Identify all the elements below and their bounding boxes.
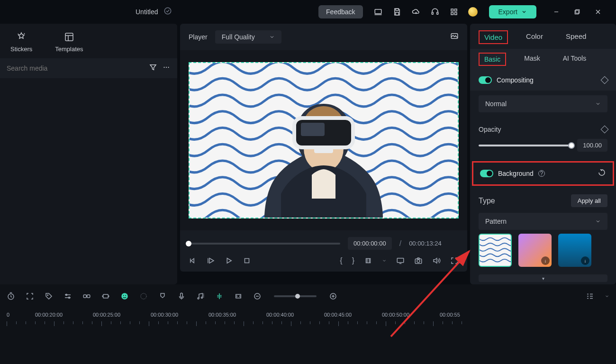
picture-icon[interactable] <box>450 32 459 42</box>
tag-icon[interactable] <box>45 292 53 300</box>
expand-patterns[interactable]: ▾ <box>479 274 607 282</box>
stop-icon[interactable] <box>243 256 251 265</box>
headset-icon[interactable] <box>430 7 440 17</box>
device-icon[interactable] <box>373 7 383 17</box>
coin-icon[interactable] <box>468 7 478 17</box>
blend-mode-value: Normal <box>485 100 507 108</box>
opacity-value[interactable]: 100.00 <box>577 139 607 152</box>
face-icon[interactable] <box>120 292 129 300</box>
svg-point-0 <box>165 8 172 14</box>
search-input[interactable] <box>7 64 144 72</box>
tab-speed[interactable]: Speed <box>561 30 591 44</box>
preview-frame[interactable] <box>189 62 459 218</box>
chevron-down-icon[interactable] <box>382 258 387 263</box>
clip-icon[interactable] <box>101 292 110 300</box>
maximize-button[interactable] <box>571 5 584 18</box>
opacity-slider[interactable] <box>479 145 571 146</box>
play-single-icon[interactable] <box>225 256 233 265</box>
apply-all-button[interactable]: Apply all <box>571 194 607 207</box>
blend-mode-select[interactable]: Normal <box>479 95 607 112</box>
pattern-gradient[interactable]: ↓ <box>518 234 552 267</box>
list-view-icon[interactable] <box>586 292 594 300</box>
tab-templates[interactable]: Templates <box>48 29 90 55</box>
opacity-keyframe-icon[interactable] <box>601 126 609 134</box>
export-label: Export <box>498 8 517 16</box>
fullscreen-icon[interactable] <box>450 256 459 265</box>
volume-icon[interactable] <box>432 256 441 265</box>
marker-icon[interactable] <box>158 292 167 300</box>
current-time: 00:00:00:00 <box>348 237 392 250</box>
svg-point-14 <box>166 67 167 68</box>
play-icon[interactable] <box>207 256 215 265</box>
inspector-panel: Video Color Speed Basic Mask AI Tools Co… <box>470 24 616 284</box>
apps-icon[interactable] <box>449 7 459 17</box>
subtab-aitools[interactable]: AI Tools <box>558 53 591 66</box>
progress-bar[interactable] <box>189 243 340 245</box>
dots-icon[interactable] <box>139 292 148 300</box>
type-select[interactable]: Pattern <box>479 213 607 230</box>
ruler-mark: 00:00:20:00 <box>35 312 63 318</box>
link-icon[interactable] <box>82 292 91 300</box>
keyframe-diamond-icon[interactable] <box>601 76 609 84</box>
quality-select[interactable]: Full Quality <box>215 30 281 44</box>
export-button[interactable]: Export <box>489 5 536 18</box>
svg-rect-4 <box>432 12 433 15</box>
svg-rect-8 <box>451 13 453 15</box>
mic-icon[interactable] <box>177 292 186 300</box>
preview-area[interactable] <box>180 50 467 230</box>
sliders-icon[interactable] <box>63 292 72 300</box>
ruler-mark: 00:00:25:00 <box>93 312 120 318</box>
svg-point-40 <box>198 298 199 299</box>
ruler-mark: 00:00:45:00 <box>324 312 352 318</box>
more-icon[interactable] <box>162 63 171 73</box>
player-controls: 00:00:00:00 / 00:00:13:24 { } <box>180 230 467 272</box>
player-panel: Player Full Quality <box>177 24 470 284</box>
feedback-button[interactable]: Feedback <box>318 5 362 18</box>
pattern-wave-blue[interactable]: ↓ <box>558 234 591 267</box>
brace-right-icon[interactable]: } <box>352 256 354 265</box>
display-icon[interactable] <box>396 256 405 265</box>
svg-rect-21 <box>301 123 325 136</box>
zoom-out-icon[interactable] <box>253 292 262 300</box>
prev-frame-icon[interactable] <box>189 256 197 265</box>
subtab-mask[interactable]: Mask <box>519 53 544 66</box>
minimize-button[interactable] <box>550 5 563 18</box>
svg-rect-22 <box>314 146 333 153</box>
svg-rect-3 <box>396 12 399 15</box>
zoom-in-icon[interactable] <box>329 292 337 300</box>
zoom-thumb[interactable] <box>295 294 300 299</box>
compositing-toggle[interactable] <box>479 76 492 84</box>
help-icon[interactable]: ? <box>538 170 545 177</box>
expand-icon[interactable] <box>234 292 243 300</box>
svg-rect-11 <box>575 10 579 14</box>
split-icon[interactable] <box>215 292 224 300</box>
opacity-slider-thumb[interactable] <box>568 142 575 149</box>
background-toggle[interactable] <box>480 170 493 177</box>
progress-thumb[interactable] <box>186 241 191 246</box>
focus-icon[interactable] <box>26 292 34 300</box>
tab-video[interactable]: Video <box>479 30 508 44</box>
svg-point-13 <box>163 67 164 68</box>
chevron-down-timeline-icon[interactable] <box>605 294 609 299</box>
close-button[interactable] <box>591 5 605 18</box>
cloud-icon[interactable] <box>411 7 421 17</box>
crop-icon[interactable] <box>364 256 372 265</box>
timer-icon[interactable] <box>7 292 15 300</box>
tab-stickers[interactable]: Stickers <box>4 29 39 55</box>
filter-icon[interactable] <box>149 63 157 73</box>
download-icon: ↓ <box>581 256 589 265</box>
music-icon[interactable] <box>196 292 205 300</box>
timeline-ruler[interactable]: 0 00:00:20:00 00:00:25:00 00:00:30:00 00… <box>7 312 609 331</box>
subtab-basic[interactable]: Basic <box>479 53 506 66</box>
reset-icon[interactable] <box>598 168 606 179</box>
saved-check-icon <box>163 7 172 17</box>
time-separator: / <box>399 239 401 248</box>
ruler-mark: 00:00:30:00 <box>151 312 178 318</box>
camera-icon[interactable] <box>414 256 423 265</box>
zoom-slider[interactable] <box>274 295 317 297</box>
tab-color[interactable]: Color <box>521 30 548 44</box>
save-icon[interactable] <box>392 7 402 17</box>
pattern-wavy[interactable] <box>479 234 512 267</box>
brace-left-icon[interactable]: { <box>340 256 342 265</box>
timeline: 0 00:00:20:00 00:00:25:00 00:00:30:00 00… <box>0 284 616 364</box>
